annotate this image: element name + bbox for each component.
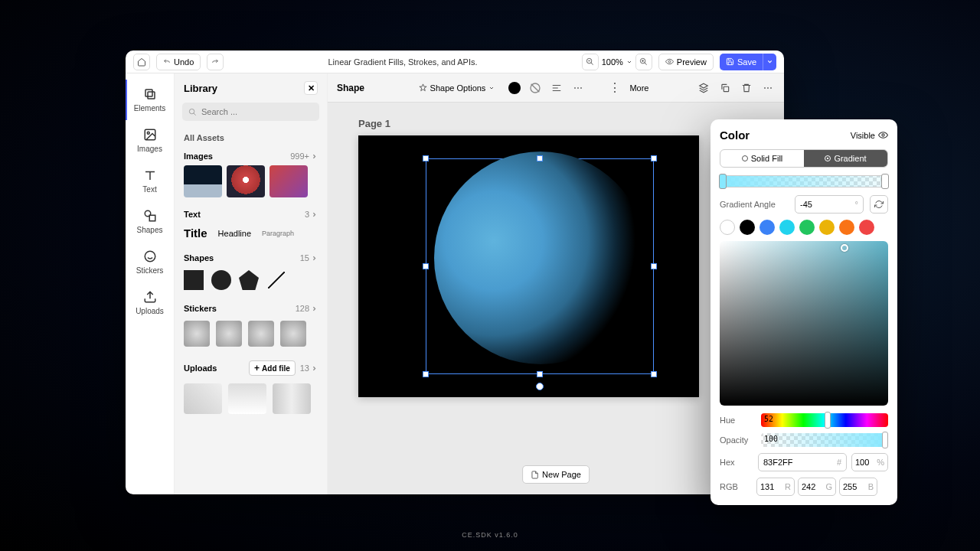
swatch-orange[interactable]	[839, 220, 854, 235]
sticker-thumb[interactable]	[184, 321, 210, 347]
zoom-in-button[interactable]	[635, 54, 652, 70]
swatch-blue[interactable]	[760, 220, 775, 235]
saturation-value-picker[interactable]	[720, 241, 888, 406]
save-dropdown[interactable]	[763, 54, 776, 70]
nav-stickers[interactable]: Stickers	[126, 242, 174, 282]
lib-row-shapes[interactable]: Shapes 15	[175, 249, 327, 267]
align-button[interactable]	[550, 81, 564, 95]
stickers-icon	[143, 249, 157, 263]
sticker-thumb[interactable]	[216, 321, 242, 347]
opacity-thumb[interactable]	[882, 432, 888, 448]
shape-toolbar: Shape Shape Options ⋯ ⋮ More ⋯	[328, 73, 784, 103]
gradient-angle-input[interactable]: -45 °	[795, 195, 864, 214]
sticker-thumb[interactable]	[248, 321, 274, 347]
swatch-green[interactable]	[799, 220, 815, 235]
angle-reset-button[interactable]	[870, 195, 888, 214]
resize-handle-tl[interactable]	[423, 155, 429, 161]
canvas-page[interactable]	[358, 135, 699, 397]
rgb-b-input[interactable]: 255B	[839, 478, 877, 496]
save-button[interactable]: Save	[720, 54, 763, 70]
upload-thumb[interactable]	[273, 383, 311, 414]
undo-button[interactable]: Undo	[156, 54, 201, 70]
lib-row-stickers[interactable]: Stickers 128	[175, 299, 327, 318]
zoom-level[interactable]: 100%	[602, 57, 623, 67]
duplicate-button[interactable]	[718, 81, 732, 95]
selection-box[interactable]	[426, 158, 654, 374]
text-sample-headline[interactable]: Headline	[218, 229, 251, 238]
hex-opacity-input[interactable]: 100 %	[851, 453, 888, 471]
swatch-white[interactable]	[720, 220, 735, 235]
search-field[interactable]	[201, 107, 313, 116]
resize-handle-tr[interactable]	[651, 155, 657, 161]
resize-handle-rc[interactable]	[651, 263, 657, 269]
overflow-button[interactable]: ⋯	[761, 81, 775, 95]
more-dots-button[interactable]: ⋯	[571, 81, 585, 95]
text-sample-title[interactable]: Title	[184, 227, 207, 240]
search-input[interactable]	[182, 103, 319, 121]
gradient-stop-start[interactable]	[719, 174, 727, 189]
lib-row-uploads[interactable]: Uploads + Add file 13	[175, 356, 327, 380]
lib-row-text[interactable]: Text 3	[175, 205, 327, 223]
shape-square[interactable]	[184, 270, 204, 290]
swatch-cyan[interactable]	[779, 220, 795, 235]
fill-color-swatch[interactable]	[508, 82, 521, 94]
shape-line[interactable]	[266, 270, 286, 290]
image-thumb[interactable]	[184, 165, 222, 197]
nav-text[interactable]: Text	[126, 161, 174, 201]
swatch-red[interactable]	[859, 220, 874, 235]
stroke-button[interactable]	[528, 81, 542, 95]
image-thumb[interactable]	[227, 165, 265, 197]
image-thumb[interactable]	[270, 165, 308, 197]
svg-point-6	[147, 132, 149, 134]
nav-elements[interactable]: Elements	[126, 80, 174, 120]
text-sample-paragraph[interactable]: Paragraph	[262, 230, 294, 237]
resize-handle-tc[interactable]	[537, 155, 543, 161]
nav-uploads[interactable]: Uploads	[126, 282, 174, 323]
tab-solid-fill[interactable]: Solid Fill	[720, 150, 804, 167]
shape-circle[interactable]	[211, 270, 231, 290]
resize-handle-lc[interactable]	[423, 263, 429, 269]
color-panel-title: Color	[720, 129, 750, 142]
editor-window: Undo Linear Gradient Fills, Strokes, and…	[126, 51, 784, 494]
rgb-g-input[interactable]: 242G	[798, 478, 836, 496]
gradient-stop-end[interactable]	[881, 174, 889, 189]
swatch-yellow[interactable]	[819, 220, 835, 235]
shape-pentagon[interactable]	[239, 270, 259, 290]
resize-handle-br[interactable]	[651, 371, 657, 377]
layers-button[interactable]	[697, 81, 710, 95]
sv-cursor[interactable]	[841, 244, 848, 252]
hue-slider[interactable]: 52	[761, 413, 888, 427]
home-button[interactable]	[133, 54, 150, 70]
sticker-thumb[interactable]	[280, 321, 306, 347]
resize-handle-bl[interactable]	[423, 371, 429, 377]
tab-gradient[interactable]: Gradient	[804, 150, 887, 167]
shape-options-dropdown[interactable]: Shape Options	[413, 81, 501, 95]
resize-handle-bc[interactable]	[537, 371, 543, 377]
upload-thumb[interactable]	[228, 383, 266, 414]
swatch-black[interactable]	[740, 220, 755, 235]
hue-label: Hue	[720, 416, 753, 425]
gradient-stops-slider[interactable]	[720, 175, 888, 187]
chevron-down-icon[interactable]	[626, 59, 632, 65]
rotate-handle[interactable]	[536, 383, 544, 390]
new-page-button[interactable]: New Page	[522, 465, 590, 484]
svg-point-13	[882, 134, 884, 136]
delete-button[interactable]	[740, 81, 753, 95]
selected-shape[interactable]	[434, 152, 647, 364]
close-library-button[interactable]: ✕	[304, 81, 318, 95]
add-file-button[interactable]: + Add file	[249, 360, 296, 376]
hex-input[interactable]: 83F2FF #	[758, 453, 847, 471]
opacity-slider[interactable]: 100	[761, 433, 888, 447]
upload-thumb[interactable]	[184, 383, 222, 414]
zoom-out-button[interactable]	[582, 54, 599, 70]
redo-button[interactable]	[207, 54, 224, 70]
more-label[interactable]: More	[629, 83, 648, 93]
images-thumbnails	[175, 165, 327, 205]
rgb-r-input[interactable]: 131R	[756, 478, 795, 496]
hue-thumb[interactable]	[825, 412, 831, 429]
preview-button[interactable]: Preview	[658, 54, 714, 70]
lib-row-images[interactable]: Images 999+	[175, 147, 327, 165]
nav-shapes[interactable]: Shapes	[126, 201, 174, 242]
visibility-toggle[interactable]: Visible	[851, 130, 888, 140]
nav-images[interactable]: Images	[126, 120, 174, 161]
